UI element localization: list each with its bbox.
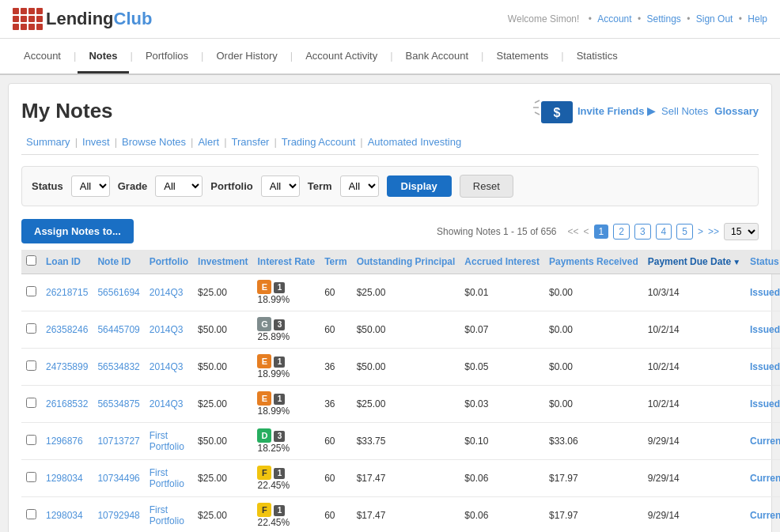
pagination-first[interactable]: << bbox=[568, 226, 579, 237]
sell-notes-link[interactable]: Sell Notes bbox=[661, 105, 708, 117]
col-interest-rate[interactable]: Interest Rate bbox=[252, 250, 320, 274]
outstanding-cell: $50.00 bbox=[352, 349, 460, 386]
pagination-page5[interactable]: 5 bbox=[676, 224, 693, 240]
subnav-trading-account[interactable]: Trading Account bbox=[277, 134, 360, 149]
portfolio-cell[interactable]: 2014Q3 bbox=[145, 311, 193, 349]
invite-friends-link[interactable]: Invite Friends ▶ bbox=[577, 105, 655, 117]
grade-badge: D bbox=[257, 428, 271, 443]
grade-select[interactable]: All bbox=[155, 175, 203, 197]
settings-link[interactable]: Settings bbox=[646, 13, 680, 25]
col-note-id[interactable]: Note ID bbox=[93, 250, 144, 274]
signout-link[interactable]: Sign Out bbox=[696, 13, 733, 25]
col-accrued-interest[interactable]: Accrued Interest bbox=[460, 250, 544, 274]
reset-button[interactable]: Reset bbox=[460, 175, 513, 198]
pagination-next[interactable]: > bbox=[698, 226, 703, 237]
row-checkbox-cell[interactable] bbox=[21, 386, 41, 423]
loan-id-cell[interactable]: 26218715 bbox=[41, 274, 93, 311]
row-checkbox-cell[interactable] bbox=[21, 311, 41, 349]
note-id-cell[interactable]: 10734496 bbox=[93, 460, 144, 497]
loan-id-cell[interactable]: 1298034 bbox=[41, 497, 93, 533]
term-cell: 36 bbox=[320, 386, 351, 423]
loan-id-cell[interactable]: 24735899 bbox=[41, 349, 93, 386]
portfolio-cell[interactable]: First Portfolio bbox=[145, 460, 193, 497]
subnav-browse-notes[interactable]: Browse Notes bbox=[117, 134, 191, 149]
investment-cell: $50.00 bbox=[193, 349, 252, 386]
subnav-transfer[interactable]: Transfer bbox=[227, 134, 275, 149]
nav-order-history[interactable]: Order History bbox=[205, 40, 288, 74]
note-id-cell[interactable]: 56445709 bbox=[93, 311, 144, 349]
investment-cell: $50.00 bbox=[193, 311, 252, 349]
nav-account-activity[interactable]: Account Activity bbox=[294, 40, 388, 74]
assign-notes-button[interactable]: Assign Notes to... bbox=[21, 219, 134, 243]
account-link[interactable]: Account bbox=[597, 13, 631, 25]
subnav-summary[interactable]: Summary bbox=[21, 134, 75, 149]
due-date-cell: 10/2/14 bbox=[643, 349, 745, 386]
portfolio-cell[interactable]: 2014Q3 bbox=[145, 386, 193, 423]
col-term[interactable]: Term bbox=[320, 250, 351, 274]
loan-id-cell[interactable]: 1296876 bbox=[41, 423, 93, 460]
row-checkbox-cell[interactable] bbox=[21, 274, 41, 311]
row-checkbox[interactable] bbox=[26, 472, 36, 482]
status-cell: Issued bbox=[745, 274, 780, 311]
row-checkbox[interactable] bbox=[26, 509, 36, 519]
nav-bank-account[interactable]: Bank Account bbox=[395, 40, 480, 74]
filter-bar: Status All Grade All Portfolio All Term … bbox=[21, 166, 759, 206]
col-payment-due-date[interactable]: Payment Due Date▼ bbox=[643, 250, 745, 274]
col-payments-received[interactable]: Payments Received bbox=[544, 250, 643, 274]
row-checkbox-cell[interactable] bbox=[21, 460, 41, 497]
nav-account[interactable]: Account bbox=[13, 40, 72, 74]
note-id-cell[interactable]: 56534875 bbox=[93, 386, 144, 423]
subnav-invest[interactable]: Invest bbox=[78, 134, 115, 149]
note-id-cell[interactable]: 56561694 bbox=[93, 274, 144, 311]
note-id-cell[interactable]: 56534832 bbox=[93, 349, 144, 386]
select-all-header[interactable] bbox=[21, 250, 41, 274]
row-checkbox[interactable] bbox=[26, 323, 36, 334]
subnav-alert[interactable]: Alert bbox=[193, 134, 224, 149]
pagination-page3[interactable]: 3 bbox=[634, 224, 651, 240]
col-investment[interactable]: Investment bbox=[193, 250, 252, 274]
col-outstanding-principal[interactable]: Outstanding Principal bbox=[352, 250, 460, 274]
note-id-cell[interactable]: 10713727 bbox=[93, 423, 144, 460]
accrued-cell: $0.06 bbox=[460, 497, 544, 533]
col-status[interactable]: Status bbox=[745, 250, 780, 274]
portfolio-cell[interactable]: 2014Q3 bbox=[145, 274, 193, 311]
select-all-checkbox[interactable] bbox=[26, 255, 36, 266]
loan-id-cell[interactable]: 26358246 bbox=[41, 311, 93, 349]
nav-notes[interactable]: Notes bbox=[78, 40, 128, 74]
loan-id-cell[interactable]: 1298034 bbox=[41, 460, 93, 497]
due-date-cell: 9/29/14 bbox=[643, 460, 745, 497]
portfolio-cell[interactable]: First Portfolio bbox=[145, 497, 193, 533]
status-cell: Current bbox=[745, 423, 780, 460]
investment-cell: $25.00 bbox=[193, 460, 252, 497]
loan-id-cell[interactable]: 26168532 bbox=[41, 386, 93, 423]
nav-portfolios[interactable]: Portfolios bbox=[134, 40, 199, 74]
note-id-cell[interactable]: 10792948 bbox=[93, 497, 144, 533]
glossary-link[interactable]: Glossary bbox=[714, 105, 759, 117]
row-checkbox-cell[interactable] bbox=[21, 349, 41, 386]
col-loan-id[interactable]: Loan ID bbox=[41, 250, 93, 274]
row-checkbox[interactable] bbox=[26, 398, 36, 408]
portfolio-cell[interactable]: First Portfolio bbox=[145, 423, 193, 460]
portfolio-label: Portfolio bbox=[210, 180, 252, 192]
pagination-page2[interactable]: 2 bbox=[613, 224, 630, 240]
outstanding-cell: $33.75 bbox=[352, 423, 460, 460]
row-checkbox[interactable] bbox=[26, 360, 36, 371]
row-checkbox[interactable] bbox=[26, 435, 36, 445]
term-select[interactable]: All bbox=[340, 175, 379, 197]
row-checkbox[interactable] bbox=[26, 286, 36, 296]
nav-statistics[interactable]: Statistics bbox=[566, 40, 629, 74]
display-button[interactable]: Display bbox=[387, 175, 452, 197]
help-link[interactable]: Help bbox=[748, 13, 767, 25]
status-select[interactable]: All bbox=[71, 175, 110, 197]
portfolio-cell[interactable]: 2014Q3 bbox=[145, 349, 193, 386]
pagination-last[interactable]: >> bbox=[708, 226, 719, 237]
row-checkbox-cell[interactable] bbox=[21, 497, 41, 533]
row-checkbox-cell[interactable] bbox=[21, 423, 41, 460]
per-page-select[interactable]: 15 25 50 bbox=[724, 223, 759, 240]
portfolio-select[interactable]: All bbox=[261, 175, 300, 197]
nav-statements[interactable]: Statements bbox=[486, 40, 560, 74]
subnav-automated-investing[interactable]: Automated Investing bbox=[363, 134, 467, 149]
col-portfolio[interactable]: Portfolio bbox=[145, 250, 193, 274]
pagination-prev[interactable]: < bbox=[584, 226, 589, 237]
pagination-page4[interactable]: 4 bbox=[656, 224, 672, 240]
